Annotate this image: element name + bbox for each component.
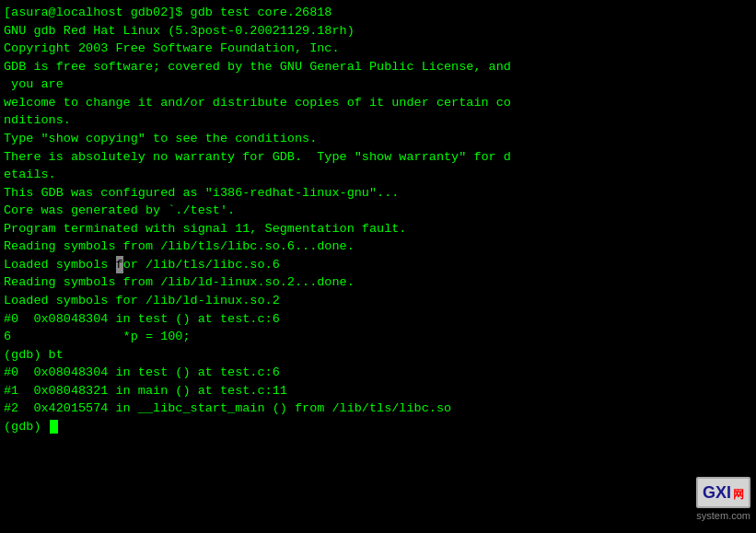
watermark-site-url: system.com xyxy=(696,509,750,524)
text-cursor-highlight: f xyxy=(116,256,123,274)
line-1: [asura@localhost gdb02]$ gdb test core.2… xyxy=(4,6,511,434)
terminal-output: [asura@localhost gdb02]$ gdb test core.2… xyxy=(4,4,752,436)
watermark-gxi-text: GXI xyxy=(703,481,731,504)
watermark-net-text: 网 xyxy=(733,487,744,503)
terminal-cursor xyxy=(50,420,58,434)
terminal-window: [asura@localhost gdb02]$ gdb test core.2… xyxy=(0,0,756,533)
watermark-logo: GXI 网 xyxy=(696,477,750,508)
watermark: GXI 网 system.com xyxy=(696,477,750,524)
